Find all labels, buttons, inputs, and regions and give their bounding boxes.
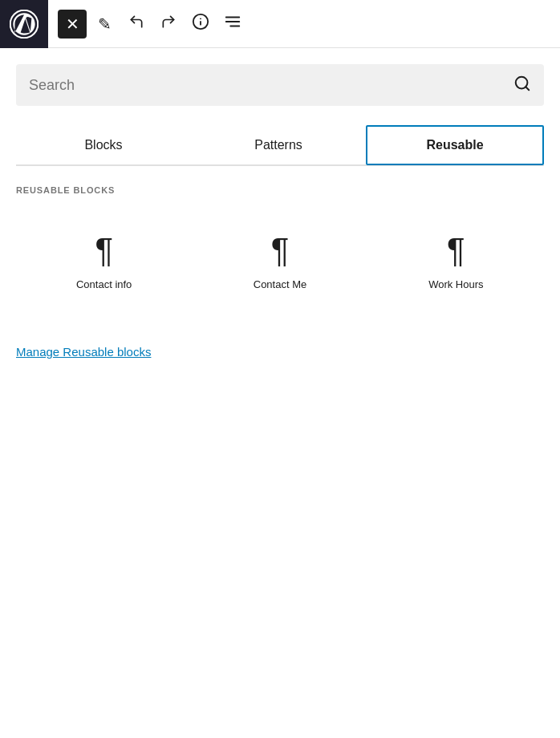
search-container [16,64,544,106]
main-content: Blocks Patterns Reusable REUSABLE BLOCKS… [0,48,560,379]
tab-patterns[interactable]: Patterns [191,125,366,165]
tab-blocks[interactable]: Blocks [16,125,191,165]
search-button[interactable] [513,75,531,96]
manage-link-container: Manage Reusable blocks [16,306,544,379]
close-button[interactable]: ✕ [58,10,87,39]
block-label-work-hours: Work Hours [428,278,483,290]
svg-line-8 [526,87,529,90]
block-label-contact-me: Contact Me [254,278,306,290]
info-icon [192,13,209,34]
info-button[interactable] [186,10,215,39]
redo-button[interactable] [154,10,183,39]
toolbar-actions: ✕ ✎ [48,10,560,39]
section-heading: REUSABLE BLOCKS [16,166,544,208]
manage-reusable-blocks-link[interactable]: Manage Reusable blocks [16,345,151,359]
wp-logo [0,0,48,48]
block-item-contact-info[interactable]: ¶ Contact info [16,214,192,306]
toolbar: ✕ ✎ [0,0,560,48]
menu-button[interactable] [218,10,247,39]
search-icon [513,75,531,96]
block-icon-work-hours: ¶ [447,233,465,267]
edit-icon: ✎ [98,14,112,34]
tab-reusable[interactable]: Reusable [366,125,544,165]
block-icon-contact-info: ¶ [95,233,113,267]
tabs-container: Blocks Patterns Reusable [16,125,544,166]
block-icon-contact-me: ¶ [271,233,290,267]
undo-button[interactable] [122,10,151,39]
undo-icon [128,14,144,34]
reusable-blocks-grid: ¶ Contact info ¶ Contact Me ¶ Work Hours [16,214,544,306]
menu-icon [224,13,241,34]
block-item-contact-me[interactable]: ¶ Contact Me [192,214,367,306]
edit-button[interactable]: ✎ [90,10,119,39]
block-label-contact-info: Contact info [76,278,132,290]
close-icon: ✕ [66,14,79,34]
block-item-work-hours[interactable]: ¶ Work Hours [368,214,544,306]
redo-icon [160,14,177,34]
search-input[interactable] [29,77,513,94]
